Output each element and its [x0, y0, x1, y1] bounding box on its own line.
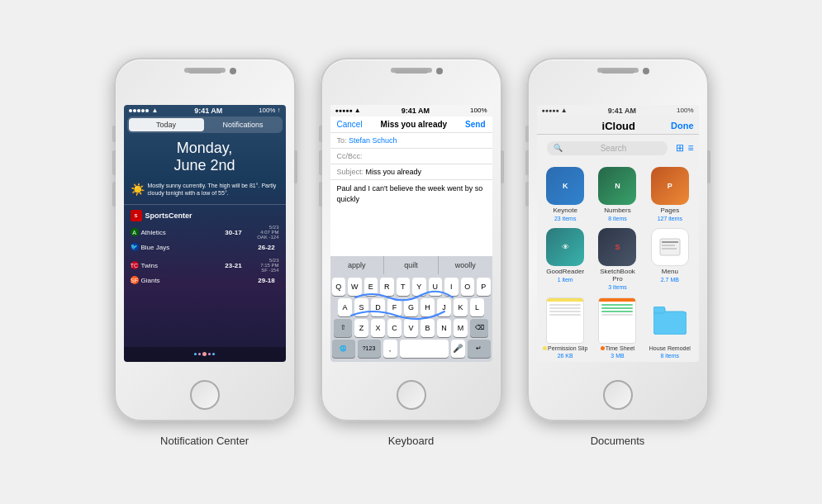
- key-a[interactable]: A: [338, 298, 352, 316]
- menu-icon: [651, 228, 689, 266]
- key-v[interactable]: V: [404, 319, 418, 337]
- icloud-item-pages[interactable]: P Pages 127 items: [646, 167, 693, 224]
- search-bar[interactable]: 🔍 Search: [547, 141, 668, 155]
- list-view-icon[interactable]: ≡: [687, 142, 693, 154]
- key-g[interactable]: G: [404, 298, 418, 316]
- doc-permission-slip[interactable]: Permission Slip 26 KB: [542, 297, 589, 359]
- icloud-status-bar: ●●●●● ▲ 9:41 AM 100%: [537, 105, 699, 116]
- time-display-1: 9:41 AM: [194, 107, 222, 115]
- siri-bar[interactable]: [124, 347, 286, 362]
- key-h[interactable]: H: [421, 298, 435, 316]
- twins-logo: TC: [131, 261, 139, 269]
- arrow-icon: ↑: [277, 107, 280, 114]
- key-comma[interactable]: ,: [383, 340, 397, 358]
- key-y[interactable]: Y: [412, 278, 426, 296]
- key-delete[interactable]: ⌫: [470, 319, 488, 337]
- key-r[interactable]: R: [380, 278, 394, 296]
- key-num[interactable]: ?123: [358, 340, 381, 358]
- home-button-1[interactable]: [190, 380, 220, 410]
- doc-time-sheet[interactable]: Time Sheet 3 MB: [594, 297, 641, 359]
- email-body[interactable]: Paul and I can't believe the week went b…: [330, 180, 492, 256]
- game-info-1: 5/237:15 PMSF -154: [246, 258, 279, 273]
- tab-today[interactable]: Today: [129, 118, 204, 131]
- tab-notifications[interactable]: Notifications: [206, 118, 281, 131]
- email-time: 9:41 AM: [401, 107, 430, 115]
- game-score-1b: 29-18: [254, 277, 279, 284]
- key-e[interactable]: E: [364, 278, 378, 296]
- key-f[interactable]: F: [387, 298, 401, 316]
- game-score-0: 30-17: [221, 229, 246, 236]
- search-placeholder: Search: [566, 144, 662, 153]
- keyboard-row-2: A S D F G H J K L: [332, 298, 491, 316]
- key-l[interactable]: L: [470, 298, 484, 316]
- icloud-item-keynote[interactable]: K Keynote 23 items: [542, 167, 589, 224]
- team-giants: SF Giants: [131, 276, 254, 284]
- siri-dot-4: [208, 353, 211, 355]
- key-d[interactable]: D: [371, 298, 385, 316]
- email-cc-field[interactable]: Cc/Bcc:: [330, 149, 492, 164]
- send-button[interactable]: Send: [465, 120, 485, 129]
- mute-switch-2: [319, 126, 322, 142]
- keynote-icon: K: [546, 167, 584, 205]
- email-to-field[interactable]: To: Stefan Schuch: [330, 133, 492, 149]
- key-shift[interactable]: ⇧: [334, 319, 352, 337]
- key-u[interactable]: U: [429, 278, 443, 296]
- nc-tabs[interactable]: Today Notifications: [127, 116, 283, 133]
- key-m[interactable]: M: [454, 319, 468, 337]
- to-label: To:: [337, 136, 349, 145]
- ts-thumb: [598, 297, 636, 344]
- icloud-item-numbers[interactable]: N Numbers 8 items: [594, 167, 641, 224]
- pages-logo: P: [668, 182, 672, 190]
- team-bluejays: 🐦 Blue Jays: [131, 243, 254, 251]
- ts-size: 3 MB: [611, 353, 624, 359]
- autocomplete-apply[interactable]: apply: [330, 256, 385, 274]
- key-j[interactable]: J: [437, 298, 451, 316]
- hr-thumb: [651, 297, 689, 344]
- home-button-2[interactable]: [397, 380, 426, 410]
- ps-line-3: [549, 311, 581, 312]
- signal-dot-1: [129, 109, 132, 112]
- grid-view-icon[interactable]: ⊞: [676, 142, 684, 154]
- nc-day-line1: Monday,: [129, 140, 281, 158]
- key-w[interactable]: W: [348, 278, 362, 296]
- key-i[interactable]: I: [444, 278, 459, 296]
- key-b[interactable]: B: [421, 319, 435, 337]
- siri-dot-5: [212, 353, 215, 355]
- key-return[interactable]: ↵: [468, 340, 491, 358]
- key-s[interactable]: S: [354, 298, 368, 316]
- ps-dot: [543, 346, 547, 350]
- key-q[interactable]: Q: [332, 278, 346, 296]
- key-space[interactable]: [400, 340, 449, 358]
- key-t[interactable]: T: [397, 278, 411, 296]
- athletics-logo: A: [131, 228, 139, 236]
- subject-value: Miss you already: [366, 168, 422, 176]
- key-c[interactable]: C: [387, 319, 401, 337]
- doc-house-remodel[interactable]: House Remodel 8 items: [646, 297, 693, 359]
- view-toggle[interactable]: ⊞ ≡: [676, 142, 693, 154]
- key-x[interactable]: X: [371, 319, 385, 337]
- key-o[interactable]: O: [461, 278, 475, 296]
- home-button-3[interactable]: [603, 380, 633, 410]
- key-emoji[interactable]: 🌐: [332, 340, 355, 358]
- key-p[interactable]: P: [477, 278, 491, 296]
- key-z[interactable]: Z: [354, 319, 368, 337]
- game-info-0: 5/234:07 PMOAK -124: [246, 225, 279, 240]
- sketchbook-name: SketchBook Pro: [594, 268, 641, 283]
- icloud-item-goodreader[interactable]: 👁 GoodReader 1 item: [542, 228, 589, 292]
- key-n[interactable]: N: [437, 319, 451, 337]
- autocomplete-woolly[interactable]: woolly: [439, 256, 492, 274]
- autocomplete-quilt[interactable]: quilt: [384, 256, 439, 274]
- permission-slip-thumb: [546, 297, 584, 344]
- key-mic[interactable]: 🎤: [451, 340, 465, 358]
- key-k[interactable]: K: [454, 298, 468, 316]
- siri-dot-3: [202, 352, 207, 356]
- volume-up: [112, 150, 116, 175]
- cancel-button[interactable]: Cancel: [337, 120, 363, 129]
- email-subject-field[interactable]: Subject: Miss you already: [330, 164, 492, 180]
- icloud-done-button[interactable]: Done: [671, 121, 694, 131]
- battery-icon: 100%: [259, 107, 275, 114]
- icloud-item-sketchbook[interactable]: S SketchBook Pro 3 items: [594, 228, 641, 292]
- nc-date: Monday, June 2nd: [124, 133, 286, 178]
- sc-name: SportsCenter: [145, 212, 192, 220]
- icloud-item-menu[interactable]: Menu 2.7 MB: [646, 228, 693, 292]
